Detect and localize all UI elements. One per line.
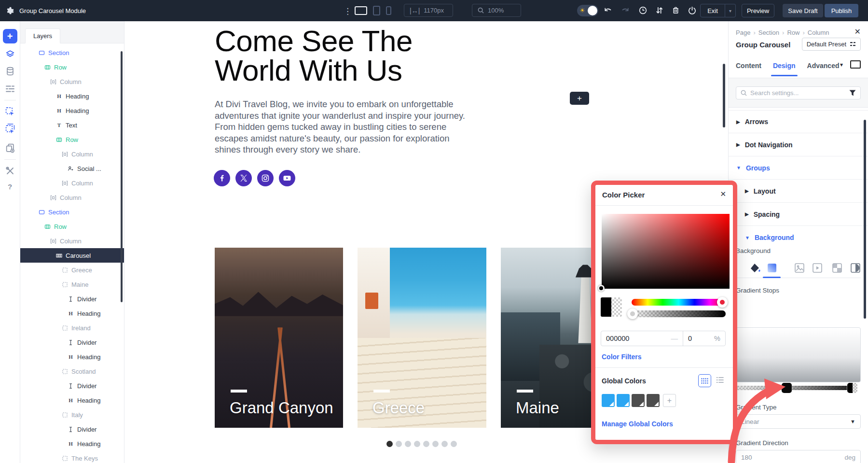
global-colors-grid-view-icon[interactable] xyxy=(698,374,711,387)
carousel-dot-8[interactable] xyxy=(451,441,457,447)
canvas-width-field[interactable]: |↔| 1170px xyxy=(404,4,453,17)
layer-item-divider[interactable]: Divider xyxy=(20,292,124,306)
tablet-view-button[interactable] xyxy=(373,6,380,15)
layer-item-the-keys[interactable]: The Keys xyxy=(20,451,124,463)
layer-item-column[interactable]: Column xyxy=(20,234,124,248)
gradient-stop-handle-2[interactable] xyxy=(847,383,857,393)
hero-paragraph[interactable]: At Divi Travel Blog, we invite you to em… xyxy=(215,98,478,155)
alpha-handle[interactable] xyxy=(627,309,638,319)
hue-slider[interactable] xyxy=(632,299,726,306)
carousel-dot-2[interactable] xyxy=(396,441,402,447)
portability-power-icon[interactable] xyxy=(688,6,697,15)
saturation-handle[interactable] xyxy=(598,285,605,292)
hex-input[interactable]: 000000 — xyxy=(601,331,683,346)
layer-item-heading[interactable]: HHeading xyxy=(20,350,124,364)
layer-item-greece[interactable]: Greece xyxy=(20,263,124,277)
trash-icon[interactable] xyxy=(671,6,680,15)
global-color-swatch-1[interactable] xyxy=(602,394,615,407)
undo-icon[interactable] xyxy=(604,6,612,15)
carousel-dot-7[interactable] xyxy=(441,441,448,447)
background-video-icon[interactable] xyxy=(812,263,823,273)
instagram-icon[interactable] xyxy=(257,170,274,186)
alpha-input[interactable]: 0 % xyxy=(683,331,725,346)
layer-item-heading[interactable]: HHeading xyxy=(20,306,124,321)
help-icon[interactable]: ? xyxy=(8,182,12,191)
presets-pages-icon[interactable] xyxy=(5,143,15,153)
saturation-area[interactable] xyxy=(602,214,730,289)
carousel-dot-1[interactable] xyxy=(386,441,393,447)
layer-item-text[interactable]: TText xyxy=(20,118,124,132)
breadcrumb-column[interactable]: Column xyxy=(808,29,829,36)
layer-item-section[interactable]: Section xyxy=(20,45,124,60)
tabs-chevron-down-icon[interactable]: ▾ xyxy=(840,61,843,68)
global-colors-list-view-icon[interactable] xyxy=(716,377,724,383)
filter-funnel-icon[interactable] xyxy=(849,90,856,96)
add-global-color-button[interactable]: + xyxy=(663,394,676,407)
tab-layers[interactable]: Layers xyxy=(25,28,60,43)
layer-item-divider[interactable]: Divider xyxy=(20,379,124,393)
breadcrumb-row[interactable]: Row xyxy=(787,29,799,36)
layer-item-ireland[interactable]: Ireland xyxy=(20,321,124,335)
select-module-icon[interactable] xyxy=(5,107,15,117)
toolbar-drag-handle-icon[interactable]: ⋮ xyxy=(344,6,352,16)
background-pattern-icon[interactable] xyxy=(832,263,842,273)
layer-item-column[interactable]: Column xyxy=(20,147,124,161)
accordion-spacing[interactable]: ▶Spacing xyxy=(729,203,868,226)
layer-item-carousel[interactable]: Carousel xyxy=(20,248,124,263)
gradient-stops-track[interactable] xyxy=(736,386,857,390)
breadcrumb-section[interactable]: Section xyxy=(758,29,779,36)
accordion-arrows[interactable]: ▶Arrows xyxy=(729,110,868,133)
layer-item-section[interactable]: Section xyxy=(20,205,124,219)
redo-icon[interactable] xyxy=(621,6,630,15)
tab-content[interactable]: Content xyxy=(736,62,761,76)
layer-item-column[interactable]: Column xyxy=(20,190,124,205)
accordion-groups[interactable]: ▼Groups xyxy=(729,156,868,180)
x-twitter-icon[interactable] xyxy=(235,170,252,186)
database-icon[interactable] xyxy=(5,66,15,76)
select-multiple-modules-icon[interactable] xyxy=(5,124,15,134)
desktop-view-button[interactable] xyxy=(355,6,367,15)
alpha-slider[interactable] xyxy=(632,310,726,317)
layer-item-row[interactable]: Row xyxy=(20,60,124,74)
global-color-swatch-4[interactable] xyxy=(647,394,660,407)
layers-panel-icon[interactable] xyxy=(5,49,15,59)
layer-item-row[interactable]: Row xyxy=(20,219,124,234)
close-settings-icon[interactable]: ✕ xyxy=(854,27,861,36)
accordion-dot-navigation[interactable]: ▶Dot Navigation xyxy=(729,133,868,156)
hue-handle[interactable] xyxy=(717,297,728,308)
manage-global-colors-link[interactable]: Manage Global Colors xyxy=(602,420,673,428)
gradient-type-select[interactable]: Linear ▼ xyxy=(736,414,861,429)
layer-item-social[interactable]: Social ... xyxy=(20,161,124,176)
layer-item-scotland[interactable]: Scotland xyxy=(20,364,124,379)
canvas-scrollbar[interactable] xyxy=(723,64,725,127)
carousel-dot-5[interactable] xyxy=(423,441,429,447)
preview-button[interactable]: Preview xyxy=(742,4,774,17)
facebook-icon[interactable] xyxy=(214,170,230,186)
builder-mode-toggle[interactable]: ☀ xyxy=(577,5,598,16)
layer-item-heading[interactable]: HHeading xyxy=(20,436,124,451)
layer-item-heading[interactable]: HHeading xyxy=(20,89,124,103)
layer-item-column[interactable]: Column xyxy=(20,74,124,89)
layer-item-heading[interactable]: HHeading xyxy=(20,103,124,118)
background-mask-icon[interactable] xyxy=(850,263,861,273)
gradient-stop-handle-1[interactable] xyxy=(782,383,792,393)
exit-button[interactable]: Exit xyxy=(700,4,725,17)
carousel-slide-greece[interactable]: Greece xyxy=(358,248,486,428)
layers-scrollbar[interactable] xyxy=(121,51,123,302)
close-color-picker-icon[interactable]: ✕ xyxy=(720,190,726,198)
page-settings-list-icon[interactable] xyxy=(5,84,15,93)
youtube-icon[interactable] xyxy=(279,170,295,186)
add-module-button[interactable]: + xyxy=(570,92,589,105)
history-clock-icon[interactable] xyxy=(638,6,648,15)
gradient-preview[interactable] xyxy=(736,327,861,382)
global-color-swatch-3[interactable] xyxy=(632,394,645,407)
settings-scrollbar[interactable] xyxy=(864,120,866,319)
search-settings-input[interactable] xyxy=(750,89,846,97)
color-filters-link[interactable]: Color Filters xyxy=(602,353,641,361)
background-gradient-icon[interactable] xyxy=(767,263,777,273)
publish-button[interactable]: Publish xyxy=(825,4,858,17)
layer-item-italy[interactable]: Italy xyxy=(20,407,124,422)
accordion-layout[interactable]: ▶Layout xyxy=(729,180,868,203)
layer-item-column[interactable]: Column xyxy=(20,176,124,190)
canvas-zoom-field[interactable]: 100% xyxy=(472,4,521,17)
